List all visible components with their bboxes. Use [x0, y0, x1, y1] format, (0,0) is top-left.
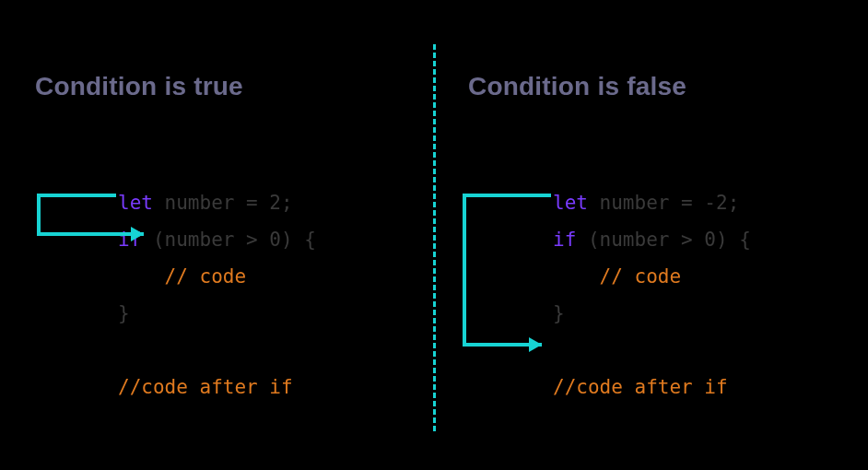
- code-text: (number > 0) {: [141, 229, 316, 251]
- code-text: (number > 0) {: [576, 229, 751, 251]
- code-text: number = -2;: [588, 192, 739, 214]
- vertical-divider: [433, 44, 436, 431]
- keyword-let: let: [553, 192, 588, 214]
- keyword-if: if: [553, 229, 576, 251]
- panel-condition-true: Condition is true let number = 2; if (nu…: [0, 0, 433, 470]
- code-text: number = 2;: [153, 192, 293, 214]
- comment-after-if: //code after if: [553, 376, 728, 398]
- panel-condition-false: Condition is false let number = -2; if (…: [442, 0, 868, 470]
- brace-close: }: [118, 302, 130, 324]
- code-block-true: let number = 2; if (number > 0) { // cod…: [118, 147, 316, 442]
- code-block-false: let number = -2; if (number > 0) { // co…: [553, 147, 751, 442]
- heading-true: Condition is true: [35, 72, 243, 101]
- keyword-let: let: [118, 192, 153, 214]
- keyword-if: if: [118, 229, 141, 251]
- comment-after-if: //code after if: [118, 376, 293, 398]
- comment-code: // code: [118, 265, 246, 288]
- heading-false: Condition is false: [468, 72, 686, 101]
- comment-code: // code: [553, 265, 681, 288]
- brace-close: }: [553, 302, 565, 324]
